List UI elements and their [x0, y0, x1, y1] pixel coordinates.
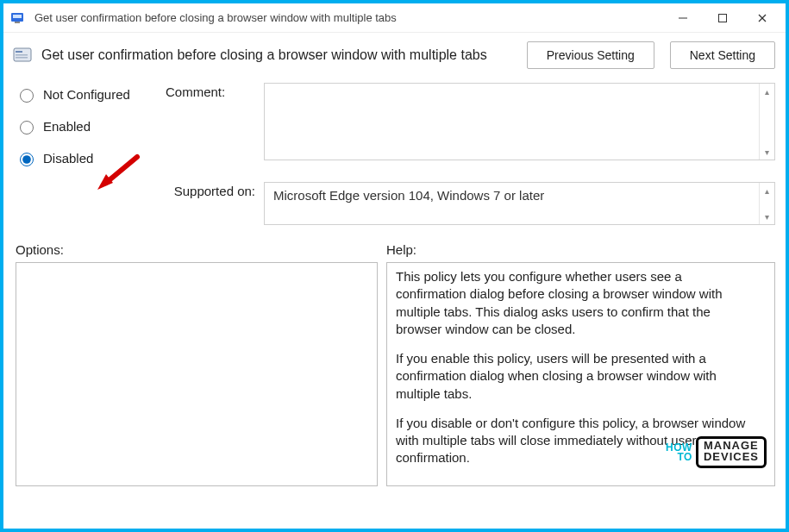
supported-scroll-up-icon[interactable]: ▴ — [760, 183, 774, 198]
window-maximize-button[interactable] — [703, 5, 742, 31]
policy-icon — [12, 45, 33, 66]
supported-on-text: Microsoft Edge version 104, Windows 7 or… — [273, 188, 544, 203]
svg-rect-2 — [15, 22, 20, 23]
help-label: Help: — [386, 242, 416, 257]
options-label: Options: — [16, 242, 386, 257]
help-paragraph: If you enable this policy, users will be… — [396, 350, 755, 403]
svg-rect-8 — [16, 51, 22, 53]
policy-header: Get user confirmation before closing a b… — [3, 33, 786, 76]
comment-scroll-down-icon[interactable]: ▾ — [760, 144, 774, 160]
radio-not-configured-input[interactable] — [20, 89, 34, 103]
svg-rect-9 — [16, 54, 28, 56]
radio-enabled[interactable]: Enabled — [16, 118, 162, 135]
radio-not-configured-label: Not Configured — [43, 87, 130, 102]
supported-on-box: Microsoft Edge version 104, Windows 7 or… — [264, 182, 775, 225]
svg-rect-10 — [16, 57, 28, 59]
svg-rect-4 — [719, 14, 727, 22]
comment-label: Comment: — [166, 83, 260, 99]
window-titlebar: Get user confirmation before closing a b… — [3, 3, 786, 33]
previous-setting-button[interactable]: Previous Setting — [527, 41, 654, 69]
next-setting-button[interactable]: Next Setting — [670, 41, 775, 69]
window-title: Get user confirmation before closing a b… — [34, 11, 663, 24]
help-paragraph: This policy lets you configure whether u… — [396, 268, 755, 338]
supported-on-label: Supported on: — [166, 182, 260, 198]
watermark-devices: DEVICES — [704, 452, 759, 462]
radio-enabled-input[interactable] — [20, 121, 34, 135]
supported-scroll-down-icon[interactable]: ▾ — [760, 209, 774, 224]
options-panel — [16, 262, 378, 486]
svg-rect-1 — [13, 15, 22, 18]
radio-enabled-label: Enabled — [43, 119, 91, 134]
window-close-button[interactable] — [742, 5, 782, 31]
comment-textbox[interactable]: ▴ ▾ — [264, 83, 775, 160]
comment-scroll-up-icon[interactable]: ▴ — [760, 84, 774, 99]
radio-disabled[interactable]: Disabled — [16, 150, 162, 166]
watermark: HOW TO MANAGE DEVICES — [666, 436, 767, 468]
state-radio-group: Not Configured Enabled Disabled — [16, 83, 162, 166]
watermark-to: TO — [666, 453, 692, 462]
radio-not-configured[interactable]: Not Configured — [16, 86, 162, 103]
app-icon — [10, 10, 26, 26]
radio-disabled-input[interactable] — [20, 153, 34, 166]
window-minimize-button[interactable] — [663, 5, 703, 31]
radio-disabled-label: Disabled — [43, 151, 93, 166]
policy-title: Get user confirmation before closing a b… — [41, 47, 511, 63]
